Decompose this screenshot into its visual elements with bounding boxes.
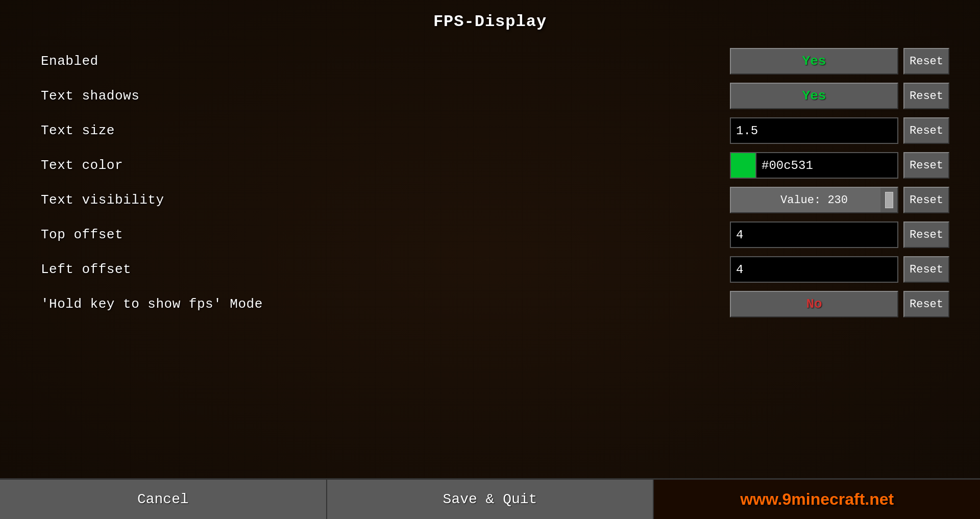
input-text-size[interactable] [730, 117, 898, 144]
reset-text-size[interactable]: Reset [903, 117, 949, 144]
reset-text-shadows[interactable]: Reset [903, 83, 949, 109]
bottom-bar: Cancel Save & Quit www.9minecraft.net [0, 478, 980, 519]
setting-row-text-color: Text color Reset [41, 151, 949, 180]
control-text-size: Reset [730, 117, 949, 144]
control-left-offset: Reset [730, 256, 949, 283]
reset-text-color[interactable]: Reset [903, 152, 949, 179]
label-text-size: Text size [41, 123, 730, 138]
setting-row-left-offset: Left offset Reset [41, 255, 949, 284]
save-button[interactable]: Save & Quit [327, 480, 654, 519]
color-picker-group [730, 152, 898, 179]
label-hold-key-mode: 'Hold key to show fps' Mode [41, 296, 730, 312]
main-container: FPS-Display Enabled Yes Reset Text shado… [0, 0, 980, 519]
setting-row-top-offset: Top offset Reset [41, 220, 949, 250]
setting-row-text-shadows: Text shadows Yes Reset [41, 81, 949, 111]
watermark-text: www.9minecraft.net [740, 490, 894, 509]
input-top-offset[interactable] [730, 221, 898, 248]
label-top-offset: Top offset [41, 227, 730, 242]
setting-row-enabled: Enabled Yes Reset [41, 46, 949, 76]
cancel-button[interactable]: Cancel [0, 480, 327, 519]
control-text-color: Reset [730, 152, 949, 179]
setting-row-text-visibility: Text visibility Value: 230 Reset [41, 185, 949, 215]
label-enabled: Enabled [41, 54, 730, 69]
setting-row-hold-key-mode: 'Hold key to show fps' Mode No Reset [41, 289, 949, 319]
settings-area: Enabled Yes Reset Text shadows Yes Reset… [0, 41, 980, 478]
setting-row-text-size: Text size Reset [41, 116, 949, 145]
control-top-offset: Reset [730, 221, 949, 248]
reset-hold-key-mode[interactable]: Reset [903, 291, 949, 317]
label-text-color: Text color [41, 158, 730, 173]
control-text-visibility: Value: 230 Reset [730, 187, 949, 213]
reset-enabled[interactable]: Reset [903, 48, 949, 75]
label-text-visibility: Text visibility [41, 192, 730, 208]
color-text-input[interactable] [756, 152, 898, 179]
reset-text-visibility[interactable]: Reset [903, 187, 949, 213]
reset-left-offset[interactable]: Reset [903, 256, 949, 283]
page-title: FPS-Display [0, 0, 980, 41]
label-text-shadows: Text shadows [41, 88, 730, 104]
control-text-shadows: Yes Reset [730, 83, 949, 109]
slider-handle-text-visibility[interactable] [885, 192, 893, 208]
watermark-area: www.9minecraft.net [654, 480, 980, 519]
reset-top-offset[interactable]: Reset [903, 221, 949, 248]
control-enabled: Yes Reset [730, 48, 949, 75]
slider-text-visibility[interactable]: Value: 230 [730, 187, 898, 213]
control-hold-key-mode: No Reset [730, 291, 949, 317]
toggle-text-shadows[interactable]: Yes [730, 83, 898, 109]
color-swatch[interactable] [730, 152, 756, 179]
label-left-offset: Left offset [41, 262, 730, 277]
toggle-enabled[interactable]: Yes [730, 48, 898, 75]
toggle-hold-key-mode[interactable]: No [730, 291, 898, 317]
input-left-offset[interactable] [730, 256, 898, 283]
